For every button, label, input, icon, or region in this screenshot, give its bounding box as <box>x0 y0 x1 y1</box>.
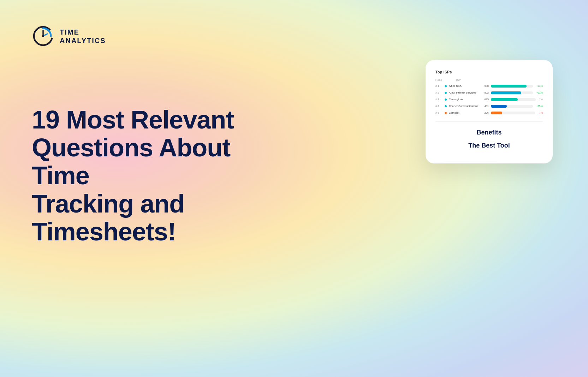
headline-area: 19 Most Relevant Questions About Time Tr… <box>32 106 258 246</box>
main-headline: 19 Most Relevant Questions About Time Tr… <box>32 106 258 246</box>
dot-5 <box>445 112 447 114</box>
card-text-section: Benefits The Best Tool <box>435 129 543 149</box>
logo-text: TIME ANALYTICS <box>60 28 106 45</box>
best-tool-label: The Best Tool <box>435 142 543 149</box>
logo-icon <box>32 25 55 48</box>
bar-4 <box>491 105 507 108</box>
logo-line1: TIME <box>60 28 106 36</box>
bar-1 <box>491 85 527 88</box>
logo-area: TIME ANALYTICS <box>32 25 106 48</box>
svg-point-3 <box>42 35 44 37</box>
chart-row: # 5 Comcast 276 -7% <box>435 111 543 114</box>
headline-line3: Tracking and <box>32 190 184 218</box>
bar-container-1 <box>491 85 533 88</box>
bar-2 <box>491 91 521 94</box>
bar-container-4 <box>491 105 533 108</box>
bar-container-3 <box>491 98 536 101</box>
chart-title: Top ISPs <box>435 70 543 74</box>
benefits-label: Benefits <box>435 129 543 136</box>
headline-line1: 19 Most Relevant <box>32 106 234 134</box>
headline-line2: Questions About Time <box>32 133 230 190</box>
dot-4 <box>445 105 447 107</box>
chart-row: # 1 Altice USA 988 +73% <box>435 84 543 88</box>
card-divider <box>435 121 543 122</box>
chart-section: Top ISPs Rank ISP # 1 Altice USA 988 +73… <box>435 70 543 114</box>
bar-container-5 <box>491 112 535 114</box>
bar-5 <box>491 112 502 114</box>
chart-row: # 2 AT&T Internet Services 802 +21% <box>435 91 543 94</box>
page-background: TIME ANALYTICS 19 Most Relevant Question… <box>0 0 588 377</box>
chart-headers: Rank ISP <box>435 78 543 82</box>
headline-line4: Timesheets! <box>32 217 176 246</box>
dot-1 <box>445 85 447 87</box>
bar-3 <box>491 98 518 101</box>
info-card: Top ISPs Rank ISP # 1 Altice USA 988 +73… <box>426 60 553 163</box>
dot-3 <box>445 98 447 101</box>
logo-line2: ANALYTICS <box>60 36 106 45</box>
bar-container-2 <box>491 91 533 94</box>
chart-row: # 4 Charter Communications 401 +15% <box>435 104 543 108</box>
col-isp-header: ISP <box>456 78 461 82</box>
col-rank-header: Rank <box>435 78 442 82</box>
dot-2 <box>445 92 447 94</box>
chart-row: # 3 CenturyLink 685 2% <box>435 98 543 101</box>
